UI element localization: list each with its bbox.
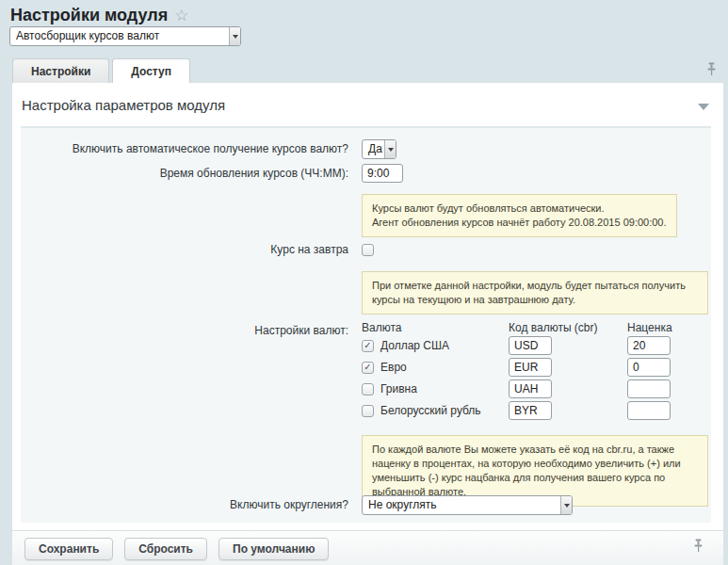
currency-row-uah: ✓ Гривна xyxy=(21,379,711,401)
usd-markup-input[interactable] xyxy=(627,336,671,355)
eur-code-input[interactable] xyxy=(509,358,552,377)
note-auto-line1: Курсы валют будут обновляться автоматиче… xyxy=(372,202,605,214)
col-header-currency: Валюта xyxy=(362,321,401,334)
note-auto-line2: Агент обновления курсов начнёт работу 20… xyxy=(372,217,667,228)
settings-panel: Настройка параметров модуля Включить авт… xyxy=(12,83,723,565)
rounding-select-arrow-icon[interactable] xyxy=(560,496,572,514)
tab-access[interactable]: Доступ xyxy=(112,58,190,83)
page-title-text: Настройки модуля xyxy=(10,6,168,25)
section-title: Настройка параметров модуля xyxy=(22,97,225,113)
auto-fetch-value: Да xyxy=(363,140,384,158)
auto-fetch-label: Включить автоматическое получение курсов… xyxy=(21,139,348,159)
tomorrow-rate-checkbox[interactable]: ✓ xyxy=(362,244,374,256)
auto-fetch-select[interactable]: Да xyxy=(362,139,396,159)
currency-row-usd: ✓ Доллар США xyxy=(21,336,711,358)
rounding-label: Включить округления? xyxy=(21,495,348,515)
tab-bar: Настройки Доступ xyxy=(12,58,190,83)
page-right-edge xyxy=(723,0,728,565)
rounding-select[interactable]: Не округлять xyxy=(362,495,573,515)
uah-code-input[interactable] xyxy=(509,379,552,398)
byr-code-input[interactable] xyxy=(509,401,552,420)
favorite-star-icon[interactable]: ☆ xyxy=(174,8,188,24)
col-header-code: Код валюты (cbr) xyxy=(509,321,598,334)
note-tomorrow-text: При отметке данной настройки, модуль буд… xyxy=(372,280,686,305)
pin-icon-bottom[interactable] xyxy=(693,539,704,556)
collapse-section-icon[interactable] xyxy=(698,104,709,110)
tab-access-label: Доступ xyxy=(131,65,171,78)
tab-settings[interactable]: Настройки xyxy=(12,58,109,83)
currency-row-eur: ✓ Евро xyxy=(21,358,711,379)
uah-markup-input[interactable] xyxy=(627,379,671,398)
default-button[interactable]: По умолчанию xyxy=(218,538,329,560)
eur-name: Евро xyxy=(380,361,407,374)
update-time-input[interactable] xyxy=(362,164,403,183)
col-header-markup: Наценка xyxy=(627,321,672,334)
footer-button-bar: Сохранить Сбросить По умолчанию xyxy=(12,530,723,565)
uah-name: Гривна xyxy=(380,382,417,396)
usd-checkbox[interactable]: ✓ xyxy=(362,340,374,352)
auto-fetch-select-arrow-icon[interactable] xyxy=(384,140,396,158)
uah-checkbox[interactable]: ✓ xyxy=(362,383,374,396)
module-settings-form: Включить автоматическое получение курсов… xyxy=(21,126,711,523)
note-tomorrow-rate: При отметке данной настройки, модуль буд… xyxy=(362,271,708,315)
usd-code-input[interactable] xyxy=(509,336,552,355)
tomorrow-rate-label: Курс на завтра xyxy=(21,243,348,257)
currency-row-byr: ✓ Белорусский рубль xyxy=(21,401,711,423)
usd-name: Доллар США xyxy=(380,339,449,352)
eur-markup-input[interactable] xyxy=(627,358,671,377)
module-select-arrow-icon[interactable] xyxy=(229,27,240,45)
byr-checkbox[interactable]: ✓ xyxy=(362,405,374,417)
reset-button[interactable]: Сбросить xyxy=(124,538,207,560)
pin-icon-top[interactable] xyxy=(706,62,717,79)
save-button[interactable]: Сохранить xyxy=(24,538,113,560)
page-title: Настройки модуля ☆ xyxy=(10,6,188,25)
tab-settings-label: Настройки xyxy=(31,65,90,78)
module-select[interactable]: Автосборщик курсов валют xyxy=(9,26,241,46)
module-select-value: Автосборщик курсов валют xyxy=(10,27,229,45)
rounding-value: Не округлять xyxy=(363,496,560,514)
eur-checkbox[interactable]: ✓ xyxy=(362,362,374,374)
note-codes-text: По каждой валюте Вы можете указать её ко… xyxy=(372,444,681,497)
update-time-label: Время обновления курсов (ЧЧ:ММ): xyxy=(21,164,348,184)
byr-name: Белорусский рубль xyxy=(380,404,481,417)
byr-markup-input[interactable] xyxy=(627,401,671,420)
note-auto-update: Курсы валют будут обновляться автоматиче… xyxy=(362,194,677,237)
